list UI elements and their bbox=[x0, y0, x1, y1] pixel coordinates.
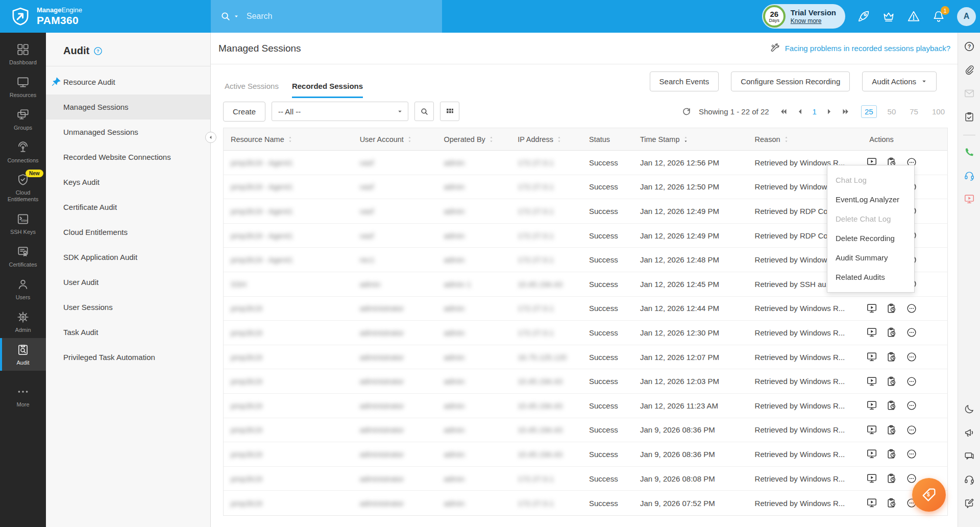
more-actions-icon[interactable] bbox=[906, 473, 917, 484]
audit-report-icon[interactable] bbox=[886, 327, 897, 338]
global-search[interactable] bbox=[211, 0, 442, 33]
announcements-icon[interactable] bbox=[964, 427, 975, 438]
dark-mode-icon[interactable] bbox=[964, 403, 975, 415]
sort-icon[interactable] bbox=[784, 136, 789, 143]
brand-logo[interactable]: ManageEngine PAM360 bbox=[10, 0, 82, 33]
more-actions-icon[interactable] bbox=[906, 424, 917, 436]
crown-icon[interactable] bbox=[882, 10, 895, 23]
last-page-icon[interactable] bbox=[842, 108, 849, 115]
audit-report-icon[interactable] bbox=[886, 424, 897, 436]
audit-report-icon[interactable] bbox=[886, 448, 897, 460]
sort-icon[interactable] bbox=[557, 136, 561, 143]
current-page[interactable]: 1 bbox=[813, 107, 817, 116]
column-header-actions[interactable]: Actions bbox=[862, 135, 947, 143]
audit-report-icon[interactable] bbox=[886, 497, 897, 509]
column-header-operated-by[interactable]: Operated By bbox=[436, 135, 510, 143]
help-icon[interactable]: ? bbox=[964, 41, 975, 52]
sidebar-item-groups[interactable]: Groups bbox=[0, 103, 46, 136]
audit-report-icon[interactable] bbox=[886, 351, 897, 363]
search-filter-button[interactable] bbox=[414, 102, 434, 121]
support-icon[interactable] bbox=[964, 170, 975, 181]
refresh-icon[interactable] bbox=[682, 107, 691, 116]
submenu-item-task-audit[interactable]: Task Audit bbox=[46, 320, 210, 345]
sort-icon[interactable] bbox=[288, 136, 292, 143]
filter-select[interactable]: -- All -- bbox=[272, 102, 408, 121]
submenu-item-keys-audit[interactable]: Keys Audit bbox=[46, 170, 210, 195]
tab-recorded-sessions[interactable]: Recorded Sessions bbox=[292, 82, 363, 98]
column-header-time-stamp[interactable]: Time Stamp bbox=[633, 135, 748, 143]
context-menu-item-related-audits[interactable]: Related Audits bbox=[827, 268, 914, 287]
submenu-item-resource-audit[interactable]: Resource Audit bbox=[46, 69, 210, 94]
next-page-icon[interactable] bbox=[825, 108, 833, 115]
trial-version-badge[interactable]: 26 Days Trial Version Know more bbox=[762, 4, 845, 29]
more-actions-icon[interactable] bbox=[906, 303, 917, 314]
whats-new-icon[interactable] bbox=[857, 10, 870, 23]
submenu-item-user-audit[interactable]: User Audit bbox=[46, 270, 210, 295]
tab-active-sessions[interactable]: Active Sessions bbox=[225, 82, 279, 98]
more-actions-icon[interactable] bbox=[906, 400, 917, 411]
sidebar-item-users[interactable]: Users bbox=[0, 273, 46, 305]
more-actions-icon[interactable] bbox=[906, 327, 917, 338]
help-icon[interactable]: ? bbox=[93, 46, 103, 56]
play-recording-icon[interactable] bbox=[866, 473, 877, 484]
sidebar-item-audit[interactable]: Audit bbox=[0, 338, 46, 371]
context-menu-item-delete-recording[interactable]: Delete Recording bbox=[827, 229, 914, 248]
offers-fab-button[interactable]: $ bbox=[912, 478, 946, 512]
submenu-item-managed-sessions[interactable]: Managed Sessions bbox=[46, 94, 210, 119]
audit-actions-dropdown[interactable]: Audit Actions bbox=[862, 71, 937, 91]
page-size-75[interactable]: 75 bbox=[906, 106, 921, 117]
column-view-button[interactable] bbox=[440, 102, 459, 121]
phone-icon[interactable] bbox=[964, 147, 975, 158]
more-actions-icon[interactable] bbox=[906, 376, 917, 387]
play-recording-icon[interactable] bbox=[866, 351, 877, 363]
feedback-icon[interactable] bbox=[964, 497, 975, 509]
trial-know-more-link[interactable]: Know more bbox=[791, 17, 836, 25]
column-header-resource-name[interactable]: Resource Name bbox=[224, 135, 353, 143]
play-recording-icon[interactable] bbox=[866, 327, 877, 338]
sidebar-item-cloud-entitlements[interactable]: New Cloud Entitlements bbox=[0, 169, 46, 207]
attachments-icon[interactable] bbox=[964, 64, 975, 76]
play-recording-icon[interactable] bbox=[866, 448, 877, 460]
help-desk-icon[interactable] bbox=[964, 474, 975, 485]
playback-problems-link[interactable]: Facing problems in recorded sessions pla… bbox=[770, 43, 950, 54]
sidebar-item-certificates[interactable]: Certificates bbox=[0, 240, 46, 273]
play-recording-icon[interactable] bbox=[866, 400, 877, 411]
audit-report-icon[interactable] bbox=[886, 376, 897, 387]
more-actions-icon[interactable] bbox=[906, 351, 917, 363]
sidebar-item-connections[interactable]: Connections bbox=[0, 136, 46, 169]
search-scope-caret-icon[interactable] bbox=[233, 13, 239, 19]
audit-report-icon[interactable] bbox=[886, 400, 897, 411]
sidebar-item-resources[interactable]: Resources bbox=[0, 70, 46, 103]
sidebar-item-admin[interactable]: Admin bbox=[0, 305, 46, 338]
submenu-item-privileged-task-automation[interactable]: Privileged Task Automation bbox=[46, 345, 210, 370]
mail-icon[interactable] bbox=[964, 88, 975, 99]
submenu-item-certificate-audit[interactable]: Certificate Audit bbox=[46, 195, 210, 220]
play-recording-icon[interactable] bbox=[866, 497, 877, 509]
search-input[interactable] bbox=[247, 12, 415, 21]
play-recording-icon[interactable] bbox=[866, 303, 877, 314]
create-button[interactable]: Create bbox=[223, 102, 265, 122]
column-header-user-account[interactable]: User Account bbox=[353, 135, 437, 143]
column-header-status[interactable]: Status bbox=[582, 135, 633, 143]
notifications-bell-icon[interactable]: 1 bbox=[932, 10, 945, 23]
chat-icon[interactable] bbox=[964, 450, 975, 462]
page-size-25[interactable]: 25 bbox=[861, 105, 877, 118]
sidebar-item-ssh-keys[interactable]: SSH SSH Keys bbox=[0, 207, 46, 240]
sort-icon[interactable] bbox=[407, 136, 412, 143]
demo-icon[interactable] bbox=[964, 194, 975, 205]
configure-session-recording-button[interactable]: Configure Session Recording bbox=[731, 71, 850, 91]
collapse-panel-button[interactable] bbox=[205, 132, 216, 143]
page-size-100[interactable]: 100 bbox=[929, 106, 948, 117]
column-header-ip-address[interactable]: IP Address bbox=[510, 135, 582, 143]
more-actions-icon[interactable] bbox=[906, 448, 917, 460]
submenu-item-sdk-application-audit[interactable]: SDK Application Audit bbox=[46, 245, 210, 270]
sort-icon[interactable] bbox=[489, 136, 494, 143]
submenu-item-user-sessions[interactable]: User Sessions bbox=[46, 295, 210, 320]
play-recording-icon[interactable] bbox=[866, 424, 877, 436]
submenu-item-recorded-website-connections[interactable]: Recorded Website Connections bbox=[46, 145, 210, 170]
first-page-icon[interactable] bbox=[780, 108, 788, 115]
submenu-item-unmanaged-sessions[interactable]: Unmanaged Sessions bbox=[46, 119, 210, 145]
submenu-item-cloud-entitlements[interactable]: Cloud Entitlements bbox=[46, 220, 210, 245]
tasks-icon[interactable] bbox=[964, 111, 975, 123]
context-menu-item-eventlog-analyzer[interactable]: EventLog Analyzer bbox=[827, 190, 914, 209]
